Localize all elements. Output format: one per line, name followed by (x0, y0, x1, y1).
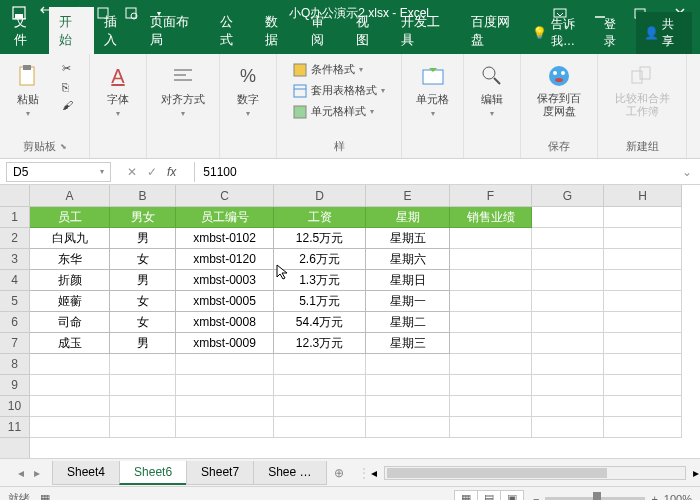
cell-H4[interactable] (604, 270, 682, 291)
zoom-out-icon[interactable]: − (533, 493, 539, 501)
login-link[interactable]: 登录 (604, 16, 627, 50)
cell-D2[interactable]: 12.5万元 (274, 228, 366, 249)
col-head-C[interactable]: C (176, 185, 274, 207)
col-head-A[interactable]: A (30, 185, 110, 207)
expand-formula-icon[interactable]: ⌄ (674, 165, 700, 179)
copy-icon[interactable]: ⎘ (56, 79, 79, 95)
cell-D5[interactable]: 5.1万元 (274, 291, 366, 312)
row-head-1[interactable]: 1 (0, 207, 29, 228)
share-button[interactable]: 👤 共享 (636, 12, 692, 54)
tab-开发工具[interactable]: 开发工具 (391, 7, 461, 54)
sheet-tab-Sheet6[interactable]: Sheet6 (119, 461, 187, 485)
col-head-F[interactable]: F (450, 185, 532, 207)
cell-B7[interactable]: 男 (110, 333, 176, 354)
tab-数据[interactable]: 数据 (255, 7, 300, 54)
cell-A9[interactable] (30, 375, 110, 396)
cell-G1[interactable] (532, 207, 604, 228)
cell-C10[interactable] (176, 396, 274, 417)
cell-F3[interactable] (450, 249, 532, 270)
tab-插入[interactable]: 插入 (94, 7, 139, 54)
edit-button[interactable]: 编辑▾ (472, 58, 512, 122)
scrollbar-thumb[interactable] (387, 468, 607, 478)
cell-D1[interactable]: 工资 (274, 207, 366, 228)
paste-button[interactable]: 粘贴▾ (8, 58, 48, 122)
cell-F10[interactable] (450, 396, 532, 417)
dialog-launcher-icon[interactable]: ⬊ (60, 142, 67, 151)
cell-A11[interactable] (30, 417, 110, 438)
row-head-5[interactable]: 5 (0, 291, 29, 312)
cell-C2[interactable]: xmbst-0102 (176, 228, 274, 249)
font-button[interactable]: A字体▾ (98, 58, 138, 122)
cell-H6[interactable] (604, 312, 682, 333)
cell-B11[interactable] (110, 417, 176, 438)
cell-F1[interactable]: 销售业绩 (450, 207, 532, 228)
cell-B8[interactable] (110, 354, 176, 375)
tab-视图[interactable]: 视图 (346, 7, 391, 54)
cell-F4[interactable] (450, 270, 532, 291)
cell-A4[interactable]: 折颜 (30, 270, 110, 291)
cell-H9[interactable] (604, 375, 682, 396)
col-head-G[interactable]: G (532, 185, 604, 207)
tab-页面布局[interactable]: 页面布局 (140, 7, 210, 54)
row-head-11[interactable]: 11 (0, 417, 29, 438)
cell-G5[interactable] (532, 291, 604, 312)
cell-style-button[interactable]: 单元格样式 ▾ (287, 102, 391, 121)
cell-H1[interactable] (604, 207, 682, 228)
zoom-in-icon[interactable]: + (651, 493, 657, 501)
tab-开始[interactable]: 开始 (49, 7, 94, 54)
cell-B5[interactable]: 女 (110, 291, 176, 312)
cell-G10[interactable] (532, 396, 604, 417)
cell-E10[interactable] (366, 396, 450, 417)
cell-A1[interactable]: 员工 (30, 207, 110, 228)
cell-A2[interactable]: 白凤九 (30, 228, 110, 249)
row-head-7[interactable]: 7 (0, 333, 29, 354)
cell-B9[interactable] (110, 375, 176, 396)
cell-C5[interactable]: xmbst-0005 (176, 291, 274, 312)
cell-D10[interactable] (274, 396, 366, 417)
cell-D8[interactable] (274, 354, 366, 375)
cell-C9[interactable] (176, 375, 274, 396)
cell-G4[interactable] (532, 270, 604, 291)
macro-icon[interactable]: ▦ (40, 492, 50, 500)
cell-E7[interactable]: 星期三 (366, 333, 450, 354)
cell-A6[interactable]: 司命 (30, 312, 110, 333)
cell-E2[interactable]: 星期五 (366, 228, 450, 249)
row-head-10[interactable]: 10 (0, 396, 29, 417)
cell-F7[interactable] (450, 333, 532, 354)
cell-F6[interactable] (450, 312, 532, 333)
cell-A7[interactable]: 成玉 (30, 333, 110, 354)
cell-D11[interactable] (274, 417, 366, 438)
cell-H10[interactable] (604, 396, 682, 417)
cell-D7[interactable]: 12.3万元 (274, 333, 366, 354)
cell-G3[interactable] (532, 249, 604, 270)
fx-icon[interactable]: fx (167, 165, 176, 179)
col-head-E[interactable]: E (366, 185, 450, 207)
normal-view-icon[interactable]: ▦ (454, 490, 478, 501)
chevron-down-icon[interactable]: ▾ (100, 167, 104, 176)
cell-E8[interactable] (366, 354, 450, 375)
col-head-B[interactable]: B (110, 185, 176, 207)
cell-B2[interactable]: 男 (110, 228, 176, 249)
row-head-6[interactable]: 6 (0, 312, 29, 333)
cond-format-button[interactable]: 条件格式 ▾ (287, 60, 391, 79)
cell-H7[interactable] (604, 333, 682, 354)
tab-公式[interactable]: 公式 (210, 7, 255, 54)
cell-E6[interactable]: 星期二 (366, 312, 450, 333)
cell-C4[interactable]: xmbst-0003 (176, 270, 274, 291)
cell-E11[interactable] (366, 417, 450, 438)
cell-E4[interactable]: 星期日 (366, 270, 450, 291)
zoom-slider[interactable] (545, 497, 645, 501)
cell-G8[interactable] (532, 354, 604, 375)
page-break-icon[interactable]: ▣ (500, 490, 524, 501)
cell-E9[interactable] (366, 375, 450, 396)
cell-F8[interactable] (450, 354, 532, 375)
cell-H8[interactable] (604, 354, 682, 375)
cell-C7[interactable]: xmbst-0009 (176, 333, 274, 354)
sheet-tab-Sheet7[interactable]: Sheet7 (186, 461, 254, 485)
cell-G6[interactable] (532, 312, 604, 333)
cell-H5[interactable] (604, 291, 682, 312)
row-head-2[interactable]: 2 (0, 228, 29, 249)
enter-formula-icon[interactable]: ✓ (147, 165, 157, 179)
cut-icon[interactable]: ✂ (56, 60, 79, 77)
formula-bar[interactable] (194, 162, 674, 182)
